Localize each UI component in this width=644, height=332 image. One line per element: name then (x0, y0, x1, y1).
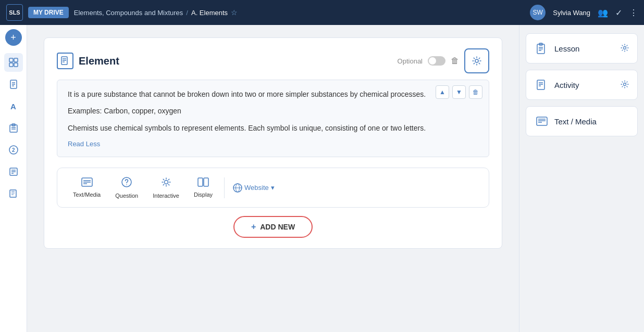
text-media-icon (81, 177, 93, 189)
element-header-controls: Optional 🗑 (398, 48, 489, 73)
lesson-label: Lesson (554, 44, 579, 53)
interactive-icon (160, 176, 172, 190)
text-section-controls: ▲ ▼ 🗑 (436, 85, 482, 99)
sidebar-item-book[interactable] (4, 184, 23, 203)
check-circle-icon[interactable]: ✓ (615, 8, 622, 18)
move-down-button[interactable]: ▼ (452, 85, 466, 99)
lesson-gear-icon[interactable] (621, 44, 629, 54)
element-settings-button[interactable] (464, 48, 489, 73)
star-icon[interactable]: ☆ (231, 8, 238, 17)
toolbar-display[interactable]: Display (187, 174, 220, 201)
add-new-label: ADD NEW (260, 223, 295, 231)
website-chevron-icon: ▾ (271, 184, 275, 191)
panel-card-activity[interactable]: Activity (526, 70, 638, 100)
panel-card-lesson[interactable]: Lesson (526, 33, 638, 63)
svg-point-34 (164, 181, 168, 184)
svg-point-45 (624, 46, 626, 49)
breadcrumb-separator: / (186, 9, 188, 17)
lesson-icon (535, 41, 549, 56)
text-paragraph-3: Chemists use chemical symbols to represe… (68, 122, 478, 134)
move-up-button[interactable]: ▲ (436, 85, 449, 99)
text-media-panel-icon (535, 114, 549, 129)
sidebar-add-button[interactable]: + (5, 29, 22, 46)
right-panel: Lesson Activity Text (519, 25, 644, 332)
svg-rect-35 (198, 178, 203, 186)
svg-rect-46 (537, 80, 544, 90)
app-logo: SLS (6, 4, 23, 21)
toolbar-divider (224, 177, 225, 198)
website-label: Website (244, 184, 269, 191)
panel-card-text-media-left: Text / Media (535, 114, 597, 129)
sidebar-item-grid[interactable] (4, 53, 23, 72)
svg-text:A: A (10, 102, 16, 111)
sidebar-item-clipboard[interactable] (4, 119, 23, 137)
sidebar-item-notes[interactable] (4, 162, 23, 181)
avatar: SW (530, 5, 546, 20)
optional-label: Optional (398, 57, 423, 65)
svg-rect-51 (537, 117, 547, 125)
text-paragraph-2: Examples: Carbon, copper, oxygen (68, 105, 478, 117)
svg-rect-3 (14, 63, 18, 67)
activity-label: Activity (554, 81, 579, 90)
username-label: Sylvia Wang (553, 9, 590, 17)
element-title-row: Element (57, 53, 119, 69)
svg-rect-19 (10, 190, 16, 197)
panel-card-lesson-left: Lesson (535, 41, 579, 56)
display-label: Display (194, 191, 213, 198)
svg-point-33 (126, 184, 127, 185)
sidebar-item-document[interactable] (4, 75, 23, 94)
question-label: Question (115, 193, 138, 199)
svg-rect-0 (9, 58, 13, 62)
people-icon[interactable]: 👥 (598, 8, 608, 18)
svg-text:2: 2 (12, 147, 15, 153)
add-new-button[interactable]: + ADD NEW (233, 216, 313, 238)
topnav-right-area: SW Sylvia Wang 👥 ✓ ⋮ (530, 5, 638, 20)
activity-gear-icon[interactable] (621, 80, 629, 90)
toolbar-question[interactable]: Question (108, 173, 145, 202)
panel-card-text-media[interactable]: Text / Media (526, 106, 638, 136)
element-card: Element Optional 🗑 ▲ ▼ 🗑 It (44, 37, 502, 249)
svg-rect-1 (14, 58, 18, 62)
text-content-section: ▲ ▼ 🗑 It is a pure substance that cannot… (57, 80, 489, 157)
toolbar-interactive[interactable]: Interactive (145, 173, 187, 202)
add-new-plus-icon: + (251, 222, 256, 232)
svg-rect-2 (9, 63, 13, 67)
toolbar-text-media[interactable]: Text/Media (66, 174, 108, 201)
sidebar-item-text[interactable]: A (4, 97, 23, 116)
add-new-button-wrapper: + ADD NEW (57, 216, 489, 238)
sidebar-item-badge[interactable]: 2 (4, 141, 23, 159)
activity-icon (535, 78, 549, 92)
svg-rect-36 (204, 178, 208, 186)
sidebar: + A 2 (0, 25, 27, 332)
more-options-icon[interactable]: ⋮ (629, 8, 638, 18)
read-less-link[interactable]: Read Less (68, 140, 100, 148)
main-layout: + A 2 (0, 25, 644, 332)
question-icon (121, 176, 132, 190)
svg-point-27 (475, 59, 478, 62)
main-content-area: Element Optional 🗑 ▲ ▼ 🗑 It (27, 25, 519, 332)
optional-toggle[interactable] (428, 56, 445, 66)
delete-element-button[interactable]: 🗑 (451, 56, 459, 66)
toolbar-website[interactable]: Website ▾ (229, 180, 279, 196)
top-navigation: SLS MY DRIVE Elements, Compounds and Mix… (0, 0, 644, 25)
breadcrumb-current: A. Elements (191, 9, 228, 17)
element-card-header: Element Optional 🗑 (57, 48, 489, 73)
add-toolbar: Text/Media Question Interact (57, 168, 489, 208)
my-drive-button[interactable]: MY DRIVE (28, 7, 69, 18)
display-icon (197, 177, 209, 189)
interactive-label: Interactive (153, 193, 179, 199)
text-media-label: Text/Media (73, 191, 101, 198)
element-title: Element (79, 55, 119, 67)
text-paragraph-1: It is a pure substance that cannot be br… (68, 88, 478, 100)
delete-text-button[interactable]: 🗑 (469, 85, 482, 99)
breadcrumb-parent[interactable]: Elements, Compounds and Mixtures (74, 9, 183, 17)
panel-card-activity-left: Activity (535, 78, 579, 92)
breadcrumb: Elements, Compounds and Mixtures / A. El… (74, 8, 525, 17)
add-toolbar-wrapper: Text/Media Question Interact (57, 168, 489, 238)
text-media-panel-label: Text / Media (554, 117, 597, 126)
element-doc-icon (57, 53, 73, 69)
svg-point-50 (624, 83, 626, 85)
